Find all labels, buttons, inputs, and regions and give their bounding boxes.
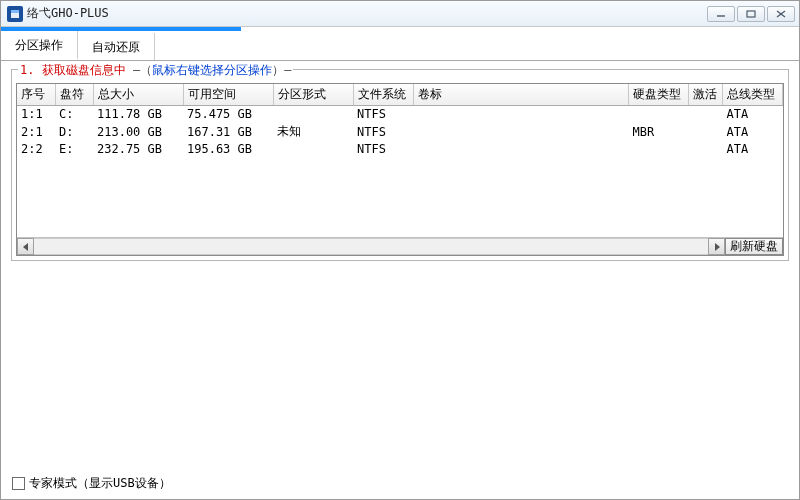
close-button[interactable] [767, 6, 795, 22]
legend-status: 1. 获取磁盘信息中 [20, 63, 126, 77]
window-controls [707, 6, 795, 22]
svg-rect-3 [747, 11, 755, 17]
cell-label [413, 106, 629, 123]
minimize-icon [716, 10, 726, 18]
table-row[interactable]: 2:1D:213.00 GB167.31 GB未知NTFSMBRATA [17, 122, 783, 141]
cell-dtype: MBR [629, 122, 689, 141]
close-icon [776, 10, 786, 18]
cell-seq: 2:2 [17, 141, 55, 157]
cell-bus: ATA [723, 141, 783, 157]
expert-mode-label: 专家模式（显示USB设备） [29, 475, 171, 492]
cell-total: 111.78 GB [93, 106, 183, 123]
table-footer-bar: 刷新硬盘 [17, 237, 783, 255]
table-row[interactable]: 1:1C:111.78 GB75.475 GBNTFSATA [17, 106, 783, 123]
col-ptype[interactable]: 分区形式 [273, 84, 353, 106]
cell-ptype: 未知 [273, 122, 353, 141]
cell-total: 232.75 GB [93, 141, 183, 157]
cell-fs: NTFS [353, 106, 413, 123]
col-bus[interactable]: 总线类型 [723, 84, 783, 106]
cell-drive: E: [55, 141, 93, 157]
chevron-right-icon [714, 240, 720, 254]
cell-label [413, 141, 629, 157]
cell-drive: C: [55, 106, 93, 123]
svg-marker-6 [23, 243, 28, 251]
col-label[interactable]: 卷标 [413, 84, 629, 106]
col-dtype[interactable]: 硬盘类型 [629, 84, 689, 106]
tab-strip: 分区操作 自动还原 [1, 27, 799, 61]
fieldset-legend: 1. 获取磁盘信息中 —（鼠标右键选择分区操作）— [18, 62, 293, 79]
scroll-track[interactable] [34, 238, 708, 255]
disk-table[interactable]: 序号 盘符 总大小 可用空间 分区形式 文件系统 卷标 硬盘类型 激活 总线类型… [17, 84, 783, 237]
cell-free: 167.31 GB [183, 122, 273, 141]
maximize-icon [746, 10, 756, 18]
table-row[interactable] [17, 173, 783, 189]
col-drive[interactable]: 盘符 [55, 84, 93, 106]
cell-free: 75.475 GB [183, 106, 273, 123]
cell-total: 213.00 GB [93, 122, 183, 141]
app-icon [7, 6, 23, 22]
cell-free: 195.63 GB [183, 141, 273, 157]
table-row[interactable] [17, 157, 783, 173]
maximize-button[interactable] [737, 6, 765, 22]
table-row[interactable]: 2:2E:232.75 GB195.63 GBNTFSATA [17, 141, 783, 157]
footer: 专家模式（显示USB设备） [12, 475, 171, 492]
legend-hint: 鼠标右键选择分区操作 [152, 63, 272, 77]
scroll-left-button[interactable] [17, 238, 34, 255]
svg-marker-7 [715, 243, 720, 251]
table-row[interactable] [17, 189, 783, 205]
cell-fs: NTFS [353, 122, 413, 141]
cell-active [689, 122, 723, 141]
col-total[interactable]: 总大小 [93, 84, 183, 106]
minimize-button[interactable] [707, 6, 735, 22]
col-active[interactable]: 激活 [689, 84, 723, 106]
cell-ptype [273, 141, 353, 157]
cell-dtype [629, 141, 689, 157]
cell-fs: NTFS [353, 141, 413, 157]
cell-seq: 2:1 [17, 122, 55, 141]
content-area: 1. 获取磁盘信息中 —（鼠标右键选择分区操作）— 序号 盘符 总大小 可用空间… [1, 61, 799, 265]
scroll-right-button[interactable] [708, 238, 725, 255]
disk-table-wrap: 序号 盘符 总大小 可用空间 分区形式 文件系统 卷标 硬盘类型 激活 总线类型… [16, 83, 784, 256]
titlebar-left: 络弋GHO-PLUS [7, 5, 109, 22]
chevron-left-icon [23, 240, 29, 254]
window-title: 络弋GHO-PLUS [27, 5, 109, 22]
cell-dtype [629, 106, 689, 123]
cell-ptype [273, 106, 353, 123]
cell-bus: ATA [723, 122, 783, 141]
cell-seq: 1:1 [17, 106, 55, 123]
refresh-disks-button[interactable]: 刷新硬盘 [725, 238, 783, 255]
tab-auto-restore[interactable]: 自动还原 [78, 33, 155, 60]
cell-drive: D: [55, 122, 93, 141]
tab-partition-ops[interactable]: 分区操作 [1, 31, 78, 60]
table-row[interactable] [17, 221, 783, 237]
expert-mode-checkbox[interactable] [12, 477, 25, 490]
cell-active [689, 141, 723, 157]
title-bar: 络弋GHO-PLUS [1, 1, 799, 27]
cell-bus: ATA [723, 106, 783, 123]
col-fs[interactable]: 文件系统 [353, 84, 413, 106]
cell-label [413, 122, 629, 141]
disk-info-fieldset: 1. 获取磁盘信息中 —（鼠标右键选择分区操作）— 序号 盘符 总大小 可用空间… [11, 69, 789, 261]
col-seq[interactable]: 序号 [17, 84, 55, 106]
col-free[interactable]: 可用空间 [183, 84, 273, 106]
cell-active [689, 106, 723, 123]
svg-rect-1 [11, 10, 19, 13]
table-row[interactable] [17, 205, 783, 221]
accent-bar [1, 27, 241, 31]
legend-end: ）— [272, 63, 291, 77]
legend-sep: —（ [126, 63, 152, 77]
